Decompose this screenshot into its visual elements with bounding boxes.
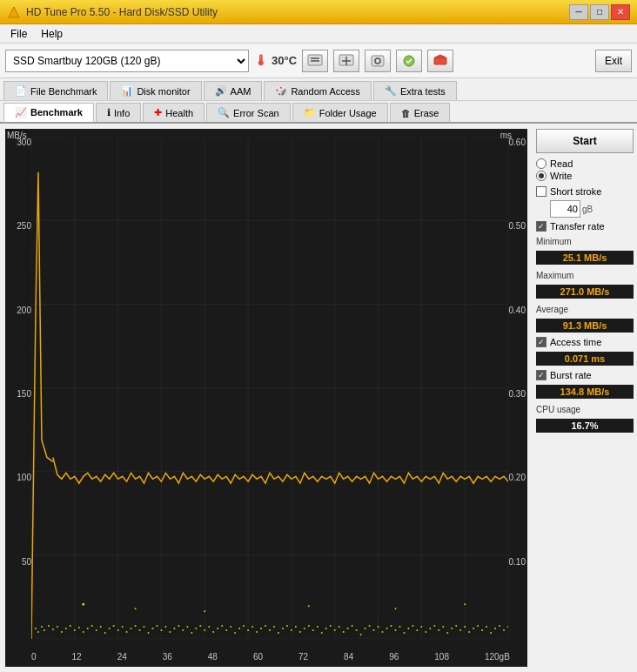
radio-write[interactable]: Write [536, 171, 634, 181]
info-icon: ℹ [107, 107, 111, 118]
menu-help[interactable]: Help [34, 26, 70, 42]
tab-error-scan[interactable]: 🔍 Error Scan [206, 103, 291, 122]
svg-point-80 [243, 625, 245, 627]
svg-rect-10 [434, 57, 446, 64]
svg-point-58 [148, 632, 150, 634]
right-panel: Start Read Write Short stroke gB ✓ Trans… [533, 124, 637, 672]
svg-point-115 [394, 629, 396, 631]
svg-point-46 [96, 629, 97, 631]
svg-point-40 [70, 625, 71, 627]
tab-random-access[interactable]: 🎲 Random Access [264, 81, 371, 100]
close-button[interactable]: ✕ [611, 4, 630, 20]
svg-point-119 [412, 625, 413, 627]
access-time-dots [35, 603, 508, 635]
svg-point-76 [225, 629, 227, 631]
svg-point-33 [41, 626, 43, 628]
svg-point-87 [273, 626, 275, 628]
svg-point-114 [390, 625, 392, 627]
svg-point-90 [286, 625, 288, 627]
y-right-020: 0.20 [509, 473, 526, 482]
radio-write-circle [536, 171, 546, 181]
tab-erase[interactable]: 🗑 Erase [390, 103, 451, 122]
svg-point-79 [238, 628, 240, 629]
tab-info[interactable]: ℹ Info [96, 103, 141, 122]
svg-point-103 [343, 631, 345, 633]
svg-point-109 [369, 625, 371, 627]
svg-point-102 [339, 626, 340, 628]
cpu-usage-label: CPU usage [536, 405, 634, 414]
drive-select[interactable]: SSD Smartbuy 120GB (120 gB) [5, 50, 249, 72]
svg-point-125 [438, 629, 439, 631]
svg-point-106 [356, 629, 358, 631]
file-benchmark-icon: 📄 [15, 85, 27, 97]
svg-point-132 [468, 631, 470, 633]
svg-point-92 [295, 626, 297, 628]
toolbar-btn-4[interactable] [396, 50, 422, 72]
svg-point-61 [160, 629, 162, 631]
read-write-radio-group: Read Write [536, 158, 634, 181]
chart-container: 300 250 200 150 100 50 MB/s 0.60 0.50 0.… [5, 129, 527, 667]
svg-point-37 [57, 626, 58, 628]
svg-point-85 [265, 625, 266, 627]
x-label-12: 12 [72, 652, 82, 662]
transfer-rate-checkbox-item[interactable]: ✓ Transfer rate [536, 221, 634, 232]
error-scan-icon: 🔍 [218, 107, 230, 118]
svg-point-140 [503, 629, 505, 631]
tabs-top: 📄 File Benchmark 📊 Disk monitor 🔊 AAM 🎲 … [0, 78, 637, 101]
svg-point-56 [139, 629, 141, 631]
y-label-50: 50 [22, 557, 31, 567]
menu-file[interactable]: File [3, 26, 34, 42]
svg-point-48 [104, 632, 106, 634]
tab-folder-usage[interactable]: 📁 Folder Usage [292, 103, 388, 122]
access-time-label: Access time [550, 337, 601, 347]
radio-read[interactable]: Read [536, 158, 634, 169]
title-bar: HD Tune Pro 5.50 - Hard Disk/SSD Utility… [0, 0, 637, 24]
start-button[interactable]: Start [536, 129, 634, 153]
toolbar-btn-1[interactable] [302, 50, 328, 72]
toolbar-btn-5[interactable] [427, 50, 453, 72]
svg-point-146 [394, 608, 396, 609]
tab-benchmark[interactable]: 📈 Benchmark [3, 103, 94, 122]
stroke-unit-label: gB [582, 205, 593, 214]
burst-rate-value: 134.8 MB/s [536, 385, 634, 399]
y-label-200: 200 [17, 306, 31, 315]
toolbar-btn-3[interactable] [365, 50, 391, 72]
exit-button[interactable]: Exit [595, 50, 632, 72]
svg-point-74 [217, 628, 218, 629]
x-label-96: 96 [389, 652, 399, 662]
extra-tests-icon: 🔧 [385, 85, 397, 97]
tab-aam[interactable]: 🔊 AAM [204, 81, 263, 100]
cpu-usage-value: 16.7% [536, 419, 634, 433]
svg-point-47 [100, 626, 102, 628]
burst-rate-checkbox-item[interactable]: ✓ Burst rate [536, 370, 634, 380]
access-time-checkbox: ✓ [536, 337, 546, 347]
svg-rect-7 [372, 56, 384, 66]
svg-point-59 [151, 628, 153, 629]
y-axis-left-label: MB/s [7, 131, 27, 140]
window-title: HD Tune Pro 5.50 - Hard Disk/SSD Utility [26, 6, 218, 18]
svg-point-135 [481, 629, 483, 631]
tab-disk-monitor[interactable]: 📊 Disk monitor [110, 81, 201, 100]
tab-file-benchmark[interactable]: 📄 File Benchmark [3, 81, 108, 100]
svg-point-101 [334, 629, 336, 631]
svg-point-73 [212, 631, 214, 633]
svg-point-127 [446, 632, 448, 634]
tab-health[interactable]: ✚ Health [143, 103, 205, 122]
x-label-24: 24 [117, 652, 127, 662]
stroke-value-input[interactable] [550, 200, 580, 218]
tab-extra-tests[interactable]: 🔧 Extra tests [373, 81, 457, 100]
toolbar-btn-2[interactable] [333, 50, 359, 72]
svg-point-126 [442, 626, 444, 628]
x-label-48: 48 [208, 652, 218, 662]
access-time-checkbox-item[interactable]: ✓ Access time [536, 337, 634, 347]
svg-point-105 [352, 625, 353, 627]
svg-point-120 [416, 629, 418, 631]
svg-point-77 [230, 626, 231, 628]
x-label-120gb: 120gB [485, 652, 510, 662]
short-stroke-checkbox-item[interactable]: Short stroke [536, 186, 634, 197]
maximize-button[interactable]: □ [590, 4, 609, 20]
minimize-button[interactable]: ─ [569, 4, 588, 20]
svg-point-98 [321, 632, 323, 634]
svg-point-134 [477, 625, 479, 627]
svg-point-70 [199, 625, 201, 627]
